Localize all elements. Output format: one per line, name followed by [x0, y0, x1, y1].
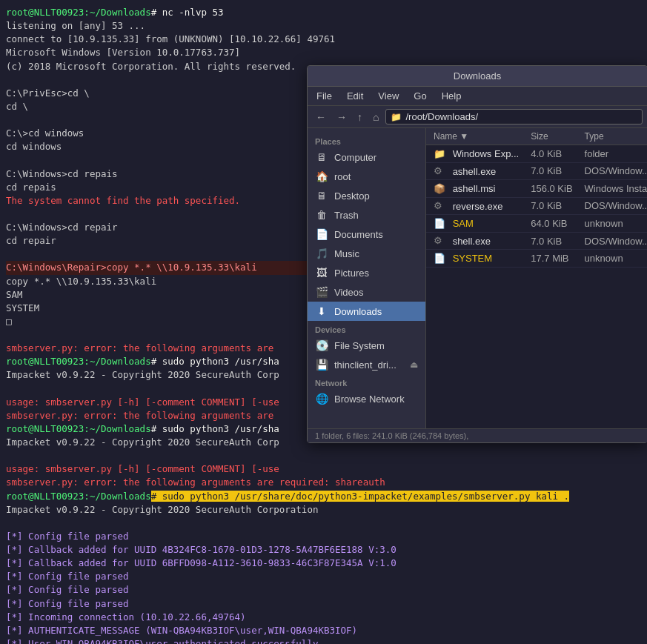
file-size: 156.0 KiB: [525, 180, 578, 198]
eject-icon[interactable]: ⏏: [410, 359, 418, 370]
table-row[interactable]: ⚙ reverse.exe 7.0 KiB DOS/Window...: [426, 197, 647, 215]
col-type-header[interactable]: Type: [579, 128, 647, 145]
file-size: 7.0 KiB: [525, 197, 578, 215]
terminal-line-31: [*] Config file parsed: [6, 530, 641, 543]
sidebar-item-filesystem[interactable]: 💽 File System: [308, 336, 425, 355]
terminal-line-39: [*] User WIN-QBA94KB3IOF\user authentica…: [6, 637, 641, 644]
forward-button[interactable]: →: [333, 109, 351, 125]
terminal-line-32: [*] Callback added for UUID 4B324FC8-167…: [6, 543, 641, 557]
exe-icon: ⚙: [434, 200, 445, 212]
file-name: SAM: [453, 218, 474, 229]
back-button[interactable]: ←: [312, 109, 330, 125]
menu-go[interactable]: Go: [411, 89, 429, 103]
statusbar: 1 folder, 6 files: 241.0 KiB (246,784 by…: [308, 428, 647, 442]
root-icon: 🏠: [315, 170, 328, 183]
sidebar-item-computer[interactable]: 🖥 Computer: [308, 147, 425, 167]
sidebar-item-browsenetwork[interactable]: 🌐 Browse Network: [308, 389, 425, 408]
col-size-header[interactable]: Size: [525, 128, 578, 145]
address-text: /root/Downloads/: [405, 111, 637, 122]
table-row[interactable]: 📄 SYSTEM 17.7 MiB unknown: [426, 250, 647, 268]
file-type: DOS/Window...: [579, 232, 647, 250]
file-manager-toolbar: ← → ↑ ⌂ 📁 /root/Downloads/: [308, 106, 647, 128]
unknown-icon: 📄: [434, 218, 445, 230]
sidebar-item-root-label: root: [334, 171, 351, 182]
terminal-line-4: Microsoft Windows [Version 10.0.17763.73…: [6, 46, 641, 59]
sidebar-item-documents-label: Documents: [334, 229, 383, 240]
file-name: SYSTEM: [453, 253, 492, 264]
terminal-line-36: [*] Config file parsed: [6, 597, 641, 611]
devices-label: Devices: [308, 321, 425, 336]
menu-view[interactable]: View: [375, 89, 402, 103]
address-folder-icon: 📁: [391, 112, 402, 122]
file-type: DOS/Window...: [579, 162, 647, 180]
file-type: Windows Insta...: [579, 180, 647, 198]
file-type: DOS/Window...: [579, 197, 647, 215]
downloads-icon: ⬇: [315, 305, 328, 318]
file-manager-body: Places 🖥 Computer 🏠 root 🖥 Desktop 🗑 Tra…: [308, 128, 647, 428]
sidebar-item-desktop[interactable]: 🖥 Desktop: [308, 186, 425, 205]
file-size: 7.0 KiB: [525, 232, 578, 250]
file-type: folder: [579, 145, 647, 163]
sidebar-item-thinclient[interactable]: 💾 thinclient_dri... ⏏: [308, 355, 425, 374]
sidebar-item-desktop-label: Desktop: [334, 190, 370, 202]
sidebar-item-music[interactable]: 🎵 Music: [308, 244, 425, 263]
folder-icon: 📁: [434, 148, 445, 160]
files-table: Name ▼ Size Type 📁 Windows Exp... 4.0 Ki…: [426, 128, 647, 268]
terminal-line-28: smbserver.py: error: the following argum…: [6, 476, 641, 489]
unknown-icon: 📄: [434, 253, 445, 265]
file-list: Name ▼ Size Type 📁 Windows Exp... 4.0 Ki…: [426, 128, 647, 428]
sidebar: Places 🖥 Computer 🏠 root 🖥 Desktop 🗑 Tra…: [308, 128, 426, 428]
file-name: reverse.exe: [453, 201, 503, 212]
sidebar-item-pictures[interactable]: 🖼 Pictures: [308, 263, 425, 282]
network-label: Network: [308, 374, 425, 389]
menu-edit[interactable]: Edit: [344, 89, 366, 103]
sidebar-item-thinclient-label: thinclient_dri...: [334, 359, 397, 371]
table-row[interactable]: 📁 Windows Exp... 4.0 KiB folder: [426, 145, 647, 163]
terminal-line-27: usage: smbserver.py [-h] [-comment COMME…: [6, 462, 641, 476]
menu-help[interactable]: Help: [439, 89, 465, 103]
sidebar-item-computer-label: Computer: [334, 152, 376, 163]
file-name: ashell.exe: [453, 166, 497, 177]
sidebar-item-documents[interactable]: 📄 Documents: [308, 225, 425, 244]
file-type: unknown: [579, 250, 647, 268]
pictures-icon: 🖼: [315, 266, 328, 279]
up-button[interactable]: ↑: [354, 109, 366, 125]
table-row[interactable]: ⚙ shell.exe 7.0 KiB DOS/Window...: [426, 232, 647, 250]
terminal-line-37: [*] Incoming connection (10.10.22.66,497…: [6, 611, 641, 624]
terminal-line-3: connect to [10.9.135.33] from (UNKNOWN) …: [6, 33, 641, 46]
computer-icon: 🖥: [315, 150, 328, 164]
videos-icon: 🎬: [315, 285, 328, 299]
sidebar-item-trash-label: Trash: [334, 210, 359, 221]
sidebar-item-downloads-label: Downloads: [334, 306, 382, 317]
file-name: shell.exe: [453, 236, 491, 247]
menu-file[interactable]: File: [313, 89, 335, 103]
sidebar-item-music-label: Music: [334, 248, 359, 259]
home-button[interactable]: ⌂: [369, 109, 382, 125]
file-size: 17.7 MiB: [525, 250, 578, 268]
table-row[interactable]: 📦 ashell.msi 156.0 KiB Windows Insta...: [426, 180, 647, 198]
file-manager-menubar: File Edit View Go Help: [308, 87, 647, 106]
terminal-line-38: [*] AUTHENTICATE_MESSAGE (WIN-QBA94KB3IO…: [6, 624, 641, 637]
file-manager-titlebar: Downloads: [308, 66, 647, 87]
exe-icon: ⚙: [434, 165, 445, 177]
file-size: 64.0 KiB: [525, 215, 578, 233]
trash-icon: 🗑: [315, 208, 328, 222]
address-bar[interactable]: 📁 /root/Downloads/: [385, 109, 643, 125]
terminal-line-34: [*] Config file parsed: [6, 570, 641, 583]
browsenetwork-icon: 🌐: [315, 392, 328, 405]
file-size: 4.0 KiB: [525, 145, 578, 163]
file-size: 7.0 KiB: [525, 162, 578, 180]
table-row[interactable]: 📄 SAM 64.0 KiB unknown: [426, 215, 647, 233]
sidebar-item-browsenetwork-label: Browse Network: [334, 394, 405, 405]
music-icon: 🎵: [315, 247, 328, 260]
table-row[interactable]: ⚙ ashell.exe 7.0 KiB DOS/Window...: [426, 162, 647, 180]
sidebar-item-trash[interactable]: 🗑 Trash: [308, 205, 425, 225]
sidebar-item-downloads[interactable]: ⬇ Downloads: [308, 302, 425, 321]
file-manager: Downloads File Edit View Go Help ← → ↑ ⌂…: [307, 65, 647, 443]
sidebar-item-filesystem-label: File System: [334, 340, 385, 351]
sidebar-item-videos-label: Videos: [334, 287, 364, 298]
sidebar-item-videos[interactable]: 🎬 Videos: [308, 282, 425, 302]
sidebar-item-root[interactable]: 🏠 root: [308, 167, 425, 186]
filesystem-icon: 💽: [315, 339, 328, 352]
col-name-header[interactable]: Name ▼: [426, 128, 525, 145]
